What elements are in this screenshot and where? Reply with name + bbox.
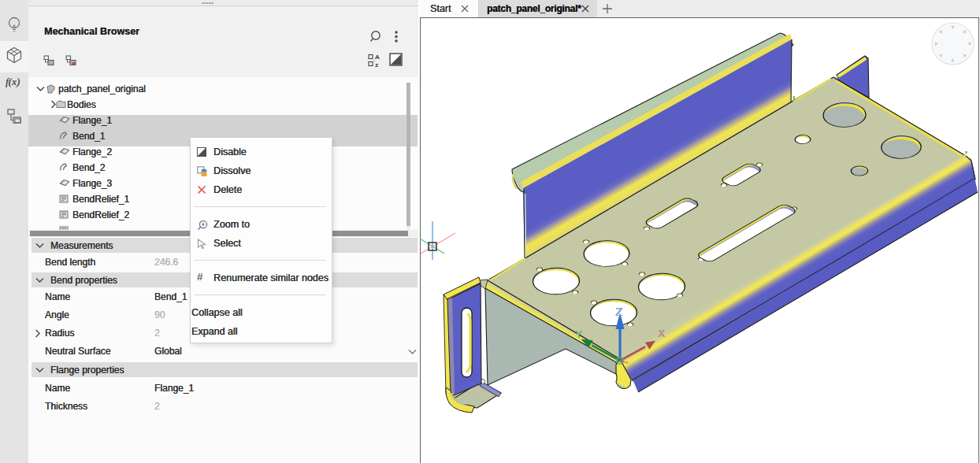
svg-text:X: X [658, 328, 665, 339]
svg-text:z: z [375, 61, 378, 68]
svg-text:Z: Z [615, 305, 622, 318]
svg-text:Y: Y [575, 328, 582, 340]
svg-text:A: A [375, 54, 380, 61]
